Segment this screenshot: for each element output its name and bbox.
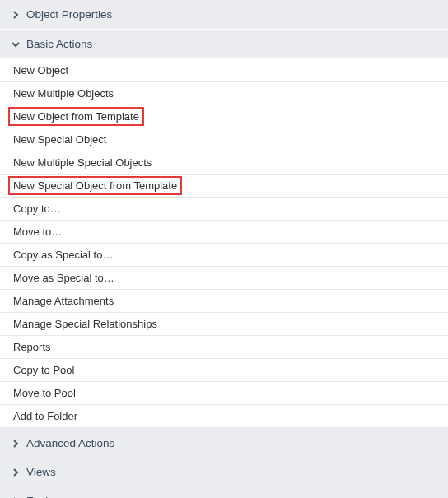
list-item[interactable]: Copy as Special to…: [0, 244, 448, 267]
list-item-label: Manage Attachments: [12, 294, 115, 308]
list-item[interactable]: New Multiple Special Objects: [0, 151, 448, 175]
list-item[interactable]: New Special Object: [0, 128, 448, 151]
list-item-label: New Object: [12, 63, 70, 77]
basic-actions-list: New ObjectNew Multiple ObjectsNew Object…: [0, 59, 448, 428]
list-item-label: Move to…: [12, 225, 63, 239]
list-item[interactable]: New Object: [0, 59, 448, 82]
list-item[interactable]: Manage Special Relationships: [0, 313, 448, 336]
list-item[interactable]: Move to Pool: [0, 382, 448, 405]
section-object-properties[interactable]: Object Properties: [0, 0, 448, 30]
list-item-label: Copy to Pool: [12, 363, 76, 377]
section-views[interactable]: Views: [0, 458, 448, 486]
list-item-label: Copy as Special to…: [12, 248, 114, 262]
section-advanced-actions[interactable]: Advanced Actions: [0, 429, 448, 458]
chevron-down-icon: [12, 40, 20, 49]
section-title: Basic Actions: [26, 38, 92, 50]
list-item-label: Reports: [12, 340, 53, 354]
section-basic-actions[interactable]: Basic Actions: [0, 30, 448, 59]
list-item[interactable]: Manage Attachments: [0, 290, 448, 313]
list-item-label: Move as Special to…: [12, 271, 116, 285]
list-item-label: New Multiple Objects: [12, 86, 115, 100]
chevron-right-icon: [12, 11, 20, 19]
list-item[interactable]: Copy to…: [0, 198, 448, 221]
section-title: Advanced Actions: [26, 437, 114, 449]
list-item[interactable]: Add to Folder: [0, 405, 448, 428]
section-explorers[interactable]: Explorers: [0, 486, 448, 498]
list-item-label: New Object from Template: [8, 107, 144, 126]
section-title: Explorers: [26, 495, 73, 498]
chevron-right-icon: [12, 440, 20, 448]
list-item[interactable]: Move as Special to…: [0, 267, 448, 290]
list-item-label: Copy to…: [12, 202, 63, 216]
list-item-label: New Multiple Special Objects: [12, 156, 153, 170]
list-item-label: Manage Special Relationships: [12, 317, 159, 331]
list-item-label: New Special Object: [12, 133, 108, 147]
list-item[interactable]: New Special Object from Template: [0, 175, 448, 198]
list-item-label: New Special Object from Template: [8, 176, 182, 195]
collapsed-sections: Advanced Actions Views Explorers: [0, 428, 448, 498]
list-item[interactable]: Copy to Pool: [0, 359, 448, 382]
chevron-right-icon: [12, 468, 20, 477]
list-item-label: Add to Folder: [12, 409, 79, 423]
list-item[interactable]: New Multiple Objects: [0, 82, 448, 105]
list-item[interactable]: New Object from Template: [0, 105, 448, 128]
list-item[interactable]: Reports: [0, 336, 448, 359]
section-title: Object Properties: [26, 8, 112, 21]
section-title: Views: [26, 466, 56, 478]
list-item-label: Move to Pool: [12, 386, 77, 400]
list-item[interactable]: Move to…: [0, 221, 448, 244]
